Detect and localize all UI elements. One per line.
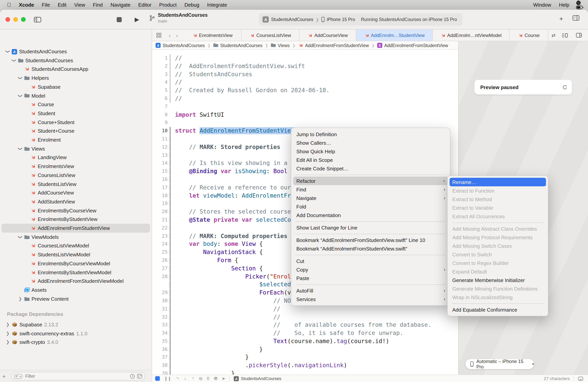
menu-edit[interactable]: Edit — [54, 2, 70, 8]
step-over-button[interactable]: ↷ — [176, 376, 179, 381]
tree-item-addstudentview[interactable]: AddStudentView — [0, 197, 152, 206]
tree-item-courseslistview[interactable]: CoursesListView — [0, 171, 152, 180]
jumpbar-item[interactable]: StudentsAndCourses — [213, 43, 262, 48]
code-line[interactable]: 34 // So, it is safe to force unwrap. — [152, 329, 458, 337]
step-out-button[interactable]: ⇡ — [191, 376, 195, 381]
tab-addenrolm-studentview[interactable]: AddEnrolm…StudentView — [357, 30, 433, 41]
refactor-item-rename-[interactable]: Rename… — [450, 178, 546, 186]
jump-bar[interactable]: AStudentsAndCourses❯StudentsAndCourses❯V… — [152, 41, 458, 50]
cookie-icon[interactable] — [573, 0, 588, 5]
tree-item-enrolmentsbycourseviewmodel[interactable]: EnrolmentsByCourseViewModel — [0, 259, 152, 268]
tree-item-addenrolmentfromstudentview[interactable]: AddEnrolmentFromStudentView — [0, 224, 152, 233]
tree-item-enrolmentsbystudentviewmodel[interactable]: EnrolmentsByStudentViewModel — [0, 268, 152, 277]
disclosure-closed-icon[interactable]: ❯ — [5, 340, 10, 345]
tree-item-course-student[interactable]: Course+Student — [0, 118, 152, 127]
code-line[interactable]: 31 // — [152, 305, 458, 313]
tree-item-student-course[interactable]: Student+Course — [0, 127, 152, 136]
jumpbar-item[interactable]: SAddEnrolmentFromStudentView — [377, 43, 448, 48]
disclosure-open-icon[interactable]: ❯ — [18, 234, 23, 239]
tree-item-preview-content[interactable]: ❯Preview Content — [0, 294, 152, 303]
menu-help[interactable]: Help — [555, 2, 573, 8]
code-line[interactable]: 2// AddEnrolmentFromStudentView.swift — [152, 62, 458, 70]
tree-item-studentsandcourses[interactable]: ❯StudentsAndCourses — [0, 56, 152, 65]
menu-item-add-documentation[interactable]: Add Documentation — [291, 211, 450, 219]
tree-item-studentslistviewmodel[interactable]: StudentsListViewModel — [0, 250, 152, 259]
add-editor-button[interactable] — [573, 33, 585, 38]
scheme-selector[interactable]: StudentsAndCourses main — [149, 12, 208, 23]
code-line[interactable]: 39 } — [152, 370, 458, 375]
tree-item-studentsandcourses[interactable]: ❯AStudentsAndCourses — [0, 47, 152, 56]
environment-overrides-button[interactable]: ⛃ — [214, 376, 217, 381]
code-line[interactable]: 5// Created by Russell Gordon on 2024-06… — [152, 86, 458, 95]
apple-icon[interactable]:  — [7, 1, 11, 8]
tree-item-student[interactable]: Student — [0, 109, 152, 118]
tab-enrolmentsview[interactable]: EnrolmentsView — [184, 30, 242, 41]
minimap-toggle-icon[interactable] — [578, 376, 583, 381]
jumpbar-item[interactable]: AddEnrolmentFromStudentView — [298, 43, 369, 48]
code-line[interactable]: 36 } — [152, 345, 458, 353]
pause-execution-button[interactable]: ❙❙ — [164, 376, 171, 381]
jumpbar-item[interactable]: AStudentsAndCourses — [156, 43, 205, 48]
code-line[interactable]: 37 } — [152, 353, 458, 361]
package-supabase[interactable]: ❯Supabase2.13.2 — [0, 320, 152, 329]
related-items-button[interactable] — [154, 33, 164, 38]
menu-item-bookmark--addenrolmentfromstudentview-swift--line-10[interactable]: Bookmark “AddEnrolmentFromStudentView.sw… — [291, 236, 450, 244]
menu-window[interactable]: Window — [529, 2, 555, 8]
menu-file[interactable]: File — [38, 2, 54, 8]
tree-item-landingview[interactable]: LandingView — [0, 153, 152, 162]
code-line[interactable]: 7 — [152, 103, 458, 111]
tree-item-views[interactable]: ❯Views — [0, 144, 152, 153]
add-item-button[interactable]: + — [559, 15, 563, 23]
zoom-window-button[interactable] — [21, 17, 26, 22]
menu-navigate[interactable]: Navigate — [106, 2, 134, 8]
disclosure-open-icon[interactable]: ❯ — [18, 146, 23, 151]
menu-item-create-code-snippet-[interactable]: Create Code Snippet… — [291, 164, 450, 173]
tree-item-enrolmentsview[interactable]: EnrolmentsView — [0, 162, 152, 171]
code-line[interactable]: 8import SwiftUI — [152, 111, 458, 119]
editor-options-button[interactable] — [572, 15, 579, 21]
menu-item-find[interactable]: Find› — [291, 185, 450, 194]
disclosure-closed-icon[interactable]: ❯ — [5, 322, 10, 327]
menu-item-autofill[interactable]: AutoFill› — [291, 286, 450, 295]
code-line[interactable]: 33 // of available courses from the data… — [152, 321, 458, 329]
disclosure-open-icon[interactable]: ❯ — [18, 93, 23, 98]
tree-item-model[interactable]: ❯Model — [0, 91, 152, 100]
menu-item-jump-to-definition[interactable]: Jump to Definition — [291, 130, 450, 138]
menu-item-show-last-change-for-line[interactable]: Show Last Change for Line — [291, 223, 450, 232]
tree-item-viewmodels[interactable]: ❯ViewModels — [0, 233, 152, 241]
close-window-button[interactable] — [5, 17, 10, 22]
menu-item-bookmark--addenrolmentfromstudentview-swift-[interactable]: Bookmark “AddEnrolmentFromStudentView.sw… — [291, 244, 450, 253]
code-line[interactable]: 1// — [152, 54, 458, 62]
tree-item-supabase[interactable]: Supabase — [0, 83, 152, 91]
preview-device-picker[interactable]: Automatic – iPhone 15 Pro ▾ — [465, 359, 534, 369]
tree-item-enrolment[interactable]: Enrolment — [0, 135, 152, 144]
toggle-navigator-button[interactable] — [33, 15, 42, 24]
menu-view[interactable]: View — [70, 2, 89, 8]
view-hierarchy-button[interactable]: ⧉ — [199, 376, 202, 381]
tab-courseslistview[interactable]: CoursesListView — [242, 30, 300, 41]
tree-item-addenrolmentfromstudentviewmodel[interactable]: AddEnrolmentFromStudentViewModel — [0, 276, 152, 286]
tree-item-enrolmentsbystudentview[interactable]: EnrolmentsByStudentView — [0, 215, 152, 224]
filter-input[interactable] — [24, 373, 123, 379]
tree-item-studentslistview[interactable]: StudentsListView — [0, 180, 152, 189]
menu-debug[interactable]: Debug — [180, 2, 203, 8]
code-line[interactable]: 32 // — [152, 313, 458, 321]
tree-item-course[interactable]: Course — [0, 100, 152, 109]
disclosure-open-icon[interactable]: ❯ — [11, 58, 17, 63]
forward-button[interactable]: › — [173, 32, 180, 38]
menu-xcode[interactable]: Xcode — [15, 2, 38, 8]
tab-addenrolm-ntviewmodel[interactable]: AddEnrolm…ntViewModel — [433, 30, 510, 41]
package-swift-concurrency-extras[interactable]: ❯swift-concurrency-extras1.1.0 — [0, 329, 152, 338]
package-swift-crypto[interactable]: ❯swift-crypto3.4.0 — [0, 338, 152, 347]
step-into-button[interactable]: ⇣ — [183, 376, 187, 381]
add-editor-small-icon[interactable] — [137, 374, 142, 379]
menu-item-refactor[interactable]: Refactor› — [293, 177, 448, 185]
run-button[interactable]: ▶ — [132, 15, 142, 24]
simulate-location-button[interactable]: ➤ — [222, 376, 225, 381]
tree-item-courseslistviewmodel[interactable]: CoursesListViewModel — [0, 241, 152, 250]
code-line[interactable]: 3// StudentsAndCourses — [152, 70, 458, 78]
menu-item-paste[interactable]: Paste — [291, 274, 450, 282]
code-line[interactable]: 6// — [152, 95, 458, 103]
menu-item-show-callers-[interactable]: Show Callers… — [291, 138, 450, 147]
activity-status-pill[interactable]: A StudentsAndCourses ❯ iPhone 15 Pro Run… — [259, 13, 462, 26]
